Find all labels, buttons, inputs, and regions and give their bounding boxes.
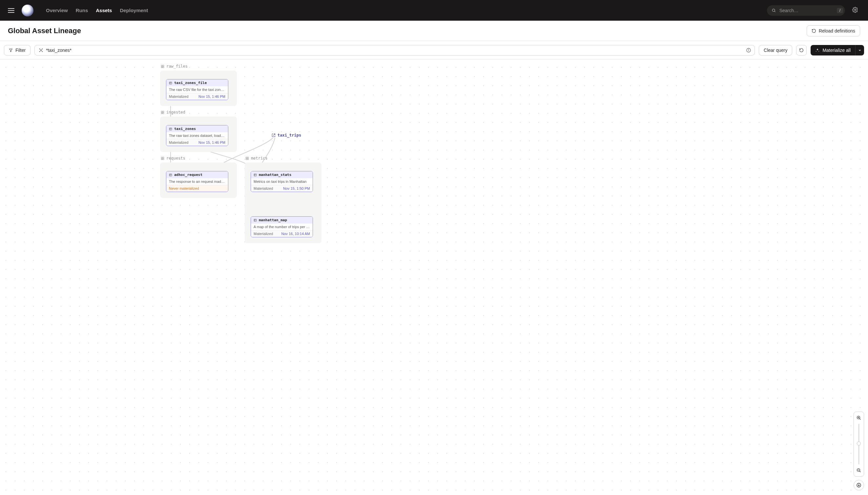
svg-rect-44: [254, 219, 256, 221]
search-input[interactable]: [779, 8, 837, 13]
zoom-slider[interactable]: [858, 424, 860, 464]
asset-header: manhattan_map: [251, 217, 313, 224]
asset-timestamp: Nov 15, 1:46 PM: [198, 95, 225, 99]
svg-rect-24: [163, 111, 164, 112]
svg-point-8: [42, 51, 43, 52]
zoom-out-button[interactable]: [855, 466, 863, 474]
svg-point-15: [748, 49, 749, 49]
menu-button[interactable]: [8, 8, 14, 13]
clear-query-button[interactable]: Clear query: [759, 45, 792, 55]
asset-card-manhattan_stats[interactable]: manhattan_statsMetrics on taxi trips in …: [251, 171, 313, 192]
lineage-query-icon: [39, 48, 43, 52]
svg-rect-41: [254, 174, 256, 176]
materialize-all-button[interactable]: Materialize all: [811, 45, 855, 55]
top-nav-bar: Overview Runs Assets Deployment /: [0, 0, 868, 21]
svg-marker-3: [10, 49, 13, 52]
filter-button[interactable]: Filter: [4, 45, 31, 55]
svg-rect-26: [163, 112, 164, 114]
asset-name: manhattan_map: [259, 218, 287, 222]
svg-line-52: [860, 471, 861, 472]
group-icon: [161, 65, 164, 68]
group-name: requests: [166, 156, 185, 160]
svg-point-4: [41, 50, 41, 50]
download-graph-button[interactable]: [854, 480, 864, 490]
group-label: metrics: [245, 156, 268, 160]
svg-rect-40: [247, 158, 249, 159]
materialize-dropdown-button[interactable]: [855, 45, 864, 55]
asset-header: taxi_zones_file: [166, 80, 228, 86]
group-label: ingested: [161, 110, 185, 115]
svg-line-1: [775, 11, 776, 12]
nav-link-runs[interactable]: Runs: [72, 5, 91, 15]
asset-name: adhoc_request: [174, 173, 202, 177]
reload-definitions-button[interactable]: Reload definitions: [807, 25, 860, 36]
group-name: ingested: [166, 110, 185, 115]
group-icon: [161, 110, 164, 114]
gear-icon: [852, 7, 858, 13]
asset-header: taxi_zones: [166, 125, 228, 132]
external-link-icon: [272, 133, 276, 137]
nav-link-overview[interactable]: Overview: [43, 5, 71, 15]
asset-status: Materialized: [253, 186, 273, 190]
asset-footer: Never materialized: [166, 185, 228, 192]
global-search[interactable]: /: [767, 5, 845, 16]
search-icon: [772, 8, 776, 13]
zoom-in-icon: [856, 415, 862, 421]
toolbar: Filter Clear query Materialize all: [0, 41, 868, 59]
svg-point-6: [42, 49, 43, 49]
query-info-button[interactable]: [746, 48, 751, 53]
asset-card-taxi_zones[interactable]: taxi_zonesThe raw taxi zones dataset, lo…: [166, 125, 228, 146]
svg-line-12: [41, 50, 42, 51]
asset-status: Materialized: [169, 95, 188, 99]
svg-rect-31: [163, 157, 164, 158]
nav-link-deployment[interactable]: Deployment: [117, 5, 151, 15]
svg-rect-16: [161, 65, 162, 66]
asset-group-raw_files: raw_filestaxi_zones_fileThe raw CSV file…: [160, 71, 237, 106]
asset-description: The raw CSV file for the taxi zones dat…: [166, 86, 228, 93]
asset-card-taxi_zones_file[interactable]: taxi_zones_fileThe raw CSV file for the …: [166, 79, 228, 100]
refresh-icon: [812, 29, 816, 33]
asset-footer: MaterializedNov 16, 10:14 AM: [251, 230, 313, 237]
table-icon: [169, 127, 172, 131]
asset-card-manhattan_map[interactable]: manhattan_mapA map of the number of trip…: [251, 216, 313, 237]
lineage-canvas[interactable]: taxi_trips raw_filestaxi_zones_fileThe r…: [0, 59, 868, 495]
zoom-in-button[interactable]: [855, 414, 863, 422]
refresh-graph-button[interactable]: [796, 45, 807, 55]
svg-rect-38: [247, 157, 249, 158]
lineage-edges: [0, 59, 868, 495]
query-input[interactable]: [46, 48, 746, 53]
page-header: Global Asset Lineage Reload definitions: [0, 21, 868, 41]
external-asset-taxi-trips[interactable]: taxi_trips: [272, 133, 301, 138]
asset-footer: MaterializedNov 15, 1:46 PM: [166, 139, 228, 146]
svg-rect-32: [161, 158, 162, 159]
asset-description: A map of the number of trips per taxi z…: [251, 224, 313, 230]
asset-card-adhoc_request[interactable]: adhoc_requestThe response to an request …: [166, 171, 228, 192]
zoom-controls: [854, 412, 864, 490]
asset-group-requests: requestsadhoc_requestThe response to an …: [160, 163, 237, 198]
settings-button[interactable]: [850, 5, 860, 16]
page-title: Global Asset Lineage: [8, 27, 81, 35]
asset-group-metrics: metricsmanhattan_statsMetrics on taxi tr…: [245, 163, 321, 243]
svg-rect-18: [161, 66, 162, 68]
download-icon: [856, 482, 862, 488]
asset-name: manhattan_stats: [259, 173, 291, 177]
zoom-thumb[interactable]: [857, 442, 861, 445]
asset-header: manhattan_stats: [251, 171, 313, 178]
svg-point-2: [854, 9, 856, 11]
app-logo[interactable]: [22, 5, 33, 16]
svg-point-7: [39, 51, 40, 52]
materialize-label: Materialize all: [822, 48, 851, 53]
chevron-down-icon: [858, 49, 862, 52]
clear-label: Clear query: [764, 48, 787, 53]
query-box[interactable]: [34, 45, 755, 55]
svg-line-9: [40, 49, 41, 50]
svg-rect-39: [246, 158, 247, 159]
asset-timestamp: Nov 15, 1:46 PM: [198, 140, 225, 144]
svg-rect-34: [169, 174, 172, 176]
svg-rect-17: [163, 65, 164, 66]
nav-link-assets[interactable]: Assets: [92, 5, 115, 15]
filter-label: Filter: [15, 48, 25, 53]
asset-footer: MaterializedNov 15, 1:50 PM: [251, 185, 313, 192]
nav-links: Overview Runs Assets Deployment: [43, 5, 151, 15]
asset-timestamp: Nov 16, 10:14 AM: [281, 232, 310, 236]
